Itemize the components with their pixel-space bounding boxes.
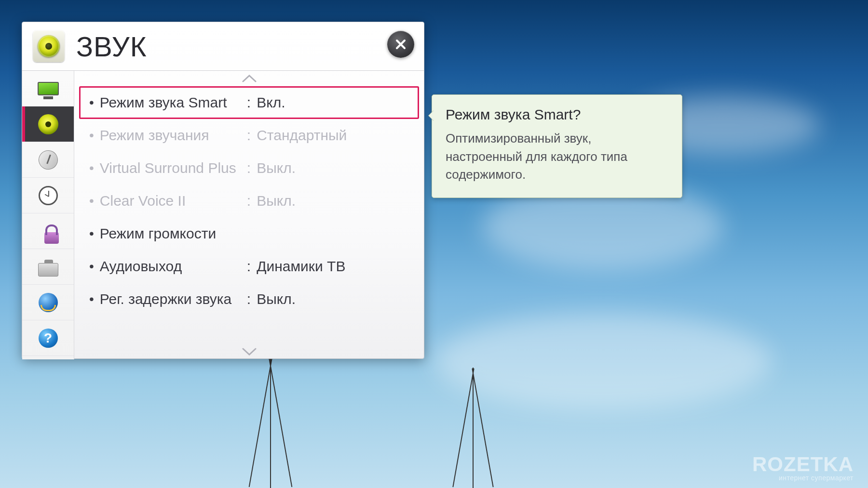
sidebar-item-options[interactable] [22, 249, 74, 285]
sidebar-item-lock[interactable] [22, 213, 74, 249]
sidebar-item-channel[interactable] [22, 142, 74, 178]
tooltip-body: Оптимизированный звук, настроенный для к… [446, 130, 668, 184]
bullet-icon: • [89, 291, 100, 307]
bullet-icon: • [89, 95, 100, 110]
setting-audio-output[interactable]: • Аудиовыход : Динамики ТВ [79, 250, 419, 283]
bullet-icon: • [89, 128, 100, 143]
monitor-icon [38, 82, 59, 95]
setting-label: Режим звука Smart [100, 94, 247, 111]
panel-header: ЗВУК [22, 22, 424, 70]
setting-value: Динамики ТВ [257, 258, 345, 275]
setting-virtual-surround: • Virtual Surround Plus : Выкл. [79, 152, 419, 185]
sidebar-item-sound[interactable] [22, 106, 74, 142]
scroll-down-button[interactable] [74, 344, 424, 359]
bullet-icon: • [89, 193, 100, 209]
setting-smart-sound-mode[interactable]: • Режим звука Smart : Вкл. [79, 86, 419, 119]
clock-icon [39, 186, 58, 205]
setting-sound-mode: • Режим звучания : Стандартный [79, 119, 419, 152]
help-tooltip: Режим звука Smart? Оптимизированный звук… [432, 94, 682, 198]
speaker-icon [38, 35, 60, 57]
panel-body: ? • Режим звука Smart : Вкл. • Режим зву… [22, 70, 424, 359]
satellite-icon [36, 147, 60, 172]
setting-label: Режим звучания [100, 127, 247, 144]
chevron-up-icon [242, 75, 257, 82]
sidebar-item-support[interactable]: ? [22, 320, 74, 356]
bullet-icon: • [89, 160, 100, 176]
tooltip-title: Режим звука Smart? [446, 106, 668, 123]
setting-value: Стандартный [257, 127, 347, 144]
speaker-icon [38, 114, 58, 134]
setting-volume-mode[interactable]: • Режим громкости [79, 217, 419, 250]
settings-content: • Режим звука Smart : Вкл. • Режим звуча… [74, 71, 424, 359]
background-cloud [434, 313, 772, 409]
toolbox-icon [38, 263, 58, 277]
chevron-down-icon [242, 348, 257, 356]
sidebar-item-network[interactable] [22, 285, 74, 320]
setting-label: Аудиовыход [100, 258, 247, 275]
watermark-tagline: интернет супермаркет [752, 475, 854, 481]
setting-label: Рег. задержки звука [100, 291, 247, 307]
bullet-icon: • [89, 226, 100, 241]
background-tower [473, 368, 474, 488]
setting-av-sync[interactable]: • Рег. задержки звука : Выкл. [79, 283, 419, 316]
help-icon: ? [39, 329, 58, 348]
setting-label: Clear Voice II [100, 193, 247, 209]
scroll-up-button[interactable] [74, 71, 424, 86]
close-icon [395, 39, 407, 50]
setting-value: Выкл. [257, 193, 296, 209]
close-button[interactable] [387, 31, 414, 58]
sidebar-item-time[interactable] [22, 178, 74, 213]
background-tower [270, 353, 271, 488]
setting-value: Выкл. [257, 160, 296, 176]
settings-panel: ЗВУК ? • Режим звука Smart : [22, 22, 424, 359]
setting-value: Вкл. [257, 94, 285, 111]
watermark: ROZETKA интернет супермаркет [752, 454, 854, 481]
panel-title: ЗВУК [76, 30, 147, 63]
setting-label: Virtual Surround Plus [100, 160, 247, 176]
network-icon [39, 293, 58, 312]
watermark-brand: ROZETKA [752, 454, 854, 475]
lock-icon [44, 232, 59, 244]
setting-clear-voice: • Clear Voice II : Выкл. [79, 185, 419, 217]
category-sidebar: ? [22, 71, 74, 359]
setting-value: Выкл. [257, 291, 296, 307]
settings-list: • Режим звука Smart : Вкл. • Режим звуча… [74, 86, 424, 344]
sidebar-item-picture[interactable] [22, 71, 74, 106]
bullet-icon: • [89, 259, 100, 274]
sound-title-icon [33, 30, 65, 62]
setting-label: Режим громкости [100, 225, 418, 242]
